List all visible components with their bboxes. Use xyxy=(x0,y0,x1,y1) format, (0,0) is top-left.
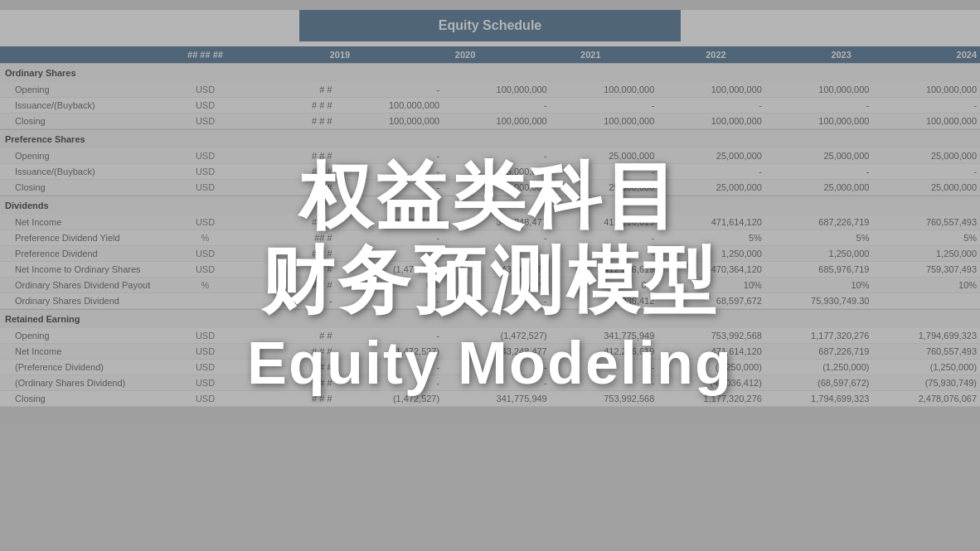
overlay-line1: 权益类科目 xyxy=(299,154,681,238)
overlay-line3: Equity Modeling xyxy=(247,329,733,397)
overlay: 权益类科目 财务预测模型 Equity Modeling xyxy=(0,0,980,551)
overlay-line2: 财务预测模型 xyxy=(261,239,719,322)
